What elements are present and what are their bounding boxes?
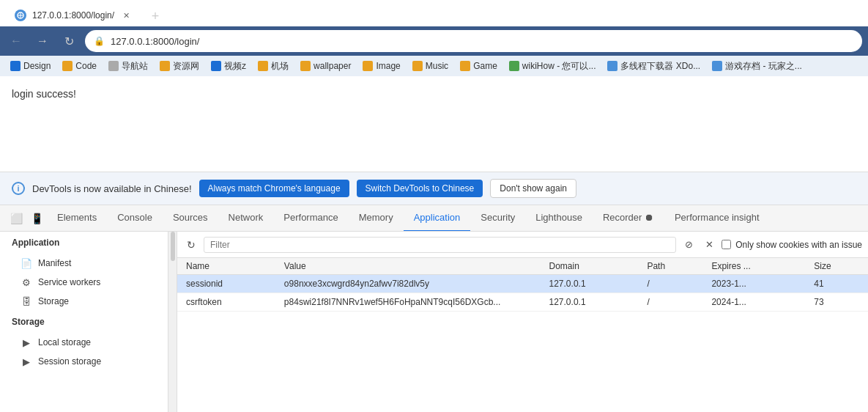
- cookie-path-csrftoken: /: [638, 293, 702, 312]
- session-storage-expand-icon: ▶: [21, 356, 32, 367]
- bookmark-design[interactable]: Design: [6, 59, 55, 73]
- application-section-title: Application: [0, 232, 168, 254]
- clear-filter-button[interactable]: ⊘: [680, 237, 697, 253]
- sidebar-item-local-storage[interactable]: ▶ Local storage: [0, 333, 168, 352]
- new-tab-button[interactable]: +: [145, 6, 166, 26]
- cookie-path-sessionid: /: [638, 275, 702, 293]
- bookmark-video[interactable]: 视频z: [207, 59, 251, 74]
- close-filter-button[interactable]: ✕: [701, 237, 717, 253]
- bookmark-icon-wikihow: [509, 61, 519, 71]
- bookmark-xdo[interactable]: 多线程下载器 XDo...: [603, 59, 705, 74]
- devtools-main: Application 📄 Manifest ⚙ Service workers…: [0, 232, 868, 412]
- show-issues-checkbox-label[interactable]: Only show cookies with an issue: [722, 240, 862, 250]
- login-message: login success!: [12, 88, 76, 100]
- bookmark-nav[interactable]: 导航站: [104, 59, 152, 74]
- devtools-inspect-icon[interactable]: 📱: [26, 208, 47, 229]
- sidebar-item-session-storage[interactable]: ▶ Session storage: [0, 352, 168, 371]
- tab-memory[interactable]: Memory: [349, 205, 404, 232]
- cookies-table-scroll[interactable]: Name Value Domain Path Expires ... Size …: [177, 258, 868, 412]
- manifest-label: Manifest: [38, 258, 71, 268]
- bookmark-wikihow[interactable]: wikiHow - 您可以...: [505, 59, 601, 74]
- cookie-expires-csrftoken: 2024-1...: [702, 293, 805, 312]
- col-size: Size: [805, 258, 868, 275]
- dont-show-again-button[interactable]: Don't show again: [490, 179, 576, 198]
- scroll-thumb[interactable]: [171, 232, 175, 261]
- cookie-expires-sessionid: 2023-1...: [702, 275, 805, 293]
- back-button[interactable]: ←: [6, 31, 26, 51]
- filter-input[interactable]: [204, 237, 676, 253]
- bookmarks-bar: Design Code 导航站 资源网 视频z 机场 wallpaper Im: [0, 56, 868, 76]
- tab-security[interactable]: Security: [470, 205, 525, 232]
- col-name: Name: [177, 258, 275, 275]
- col-path: Path: [638, 258, 702, 275]
- address-bar[interactable]: 🔒 127.0.0.1:8000/login/: [85, 30, 862, 52]
- devtools-cursor-icon[interactable]: ⬜: [6, 208, 26, 229]
- cookie-value-csrftoken: p84swi21f8I7NNRv1wef5H6FoHpaNNT9cqI56DXG…: [275, 293, 541, 312]
- nav-bar: ← → ↻ 🔒 127.0.0.1:8000/login/: [0, 26, 868, 56]
- cookie-domain-csrftoken: 127.0.0.1: [541, 293, 639, 312]
- tab-performance-insights[interactable]: Performance insight: [664, 205, 770, 232]
- tab-favicon: [15, 10, 26, 21]
- bookmark-icon-design: [10, 61, 21, 71]
- bookmark-icon-wallpaper: [300, 61, 311, 71]
- tab-application[interactable]: Application: [404, 205, 471, 232]
- session-storage-label: Session storage: [38, 356, 101, 367]
- bookmark-icon-video: [211, 61, 221, 71]
- storage-icon: 🗄: [21, 295, 32, 307]
- info-icon: i: [12, 182, 25, 195]
- bookmark-icon-game: [460, 61, 470, 71]
- col-domain: Domain: [541, 258, 639, 275]
- switch-to-chinese-button[interactable]: Switch DevTools to Chinese: [357, 180, 483, 197]
- reload-button[interactable]: ↻: [59, 31, 79, 51]
- table-row[interactable]: sessionid o98nxxe3xcwgrd84yn2afwv7i82dlv…: [177, 275, 868, 293]
- sidebar-item-storage[interactable]: 🗄 Storage: [0, 292, 168, 311]
- tab-recorder[interactable]: Recorder ⏺: [593, 205, 664, 232]
- bookmark-code[interactable]: Code: [58, 59, 101, 73]
- bookmark-icon-xdo: [607, 61, 617, 71]
- table-header-row: Name Value Domain Path Expires ... Size: [177, 258, 868, 275]
- tab-lighthouse[interactable]: Lighthouse: [525, 205, 593, 232]
- bookmark-resources[interactable]: 资源网: [155, 59, 204, 74]
- tab-performance[interactable]: Performance: [273, 205, 348, 232]
- sidebar-scrollbar[interactable]: [168, 232, 177, 412]
- tab-bar: 127.0.0.1:8000/login/ ✕ +: [0, 0, 868, 26]
- cookie-name-sessionid: sessionid: [177, 275, 275, 293]
- table-row[interactable]: csrftoken p84swi21f8I7NNRv1wef5H6FoHpaNN…: [177, 293, 868, 312]
- bookmark-icon-music: [412, 61, 423, 71]
- storage-label: Storage: [38, 296, 69, 306]
- bookmark-game[interactable]: Game: [456, 59, 502, 73]
- active-tab[interactable]: 127.0.0.1:8000/login/ ✕: [6, 4, 141, 26]
- tab-console[interactable]: Console: [107, 205, 163, 232]
- tab-sources[interactable]: Sources: [163, 205, 218, 232]
- bookmark-wallpaper[interactable]: wallpaper: [296, 59, 355, 73]
- notification-text: DevTools is now available in Chinese!: [32, 183, 192, 194]
- lock-icon: 🔒: [94, 36, 105, 46]
- bookmark-airport[interactable]: 机场: [253, 59, 293, 74]
- cookie-domain-sessionid: 127.0.0.1: [541, 275, 639, 293]
- tab-elements[interactable]: Elements: [47, 205, 107, 232]
- tab-close-button[interactable]: ✕: [120, 10, 132, 21]
- bookmark-icon-game-saves: [712, 61, 722, 71]
- service-workers-label: Service workers: [38, 277, 100, 287]
- bookmark-icon-image: [363, 61, 373, 71]
- devtools-tab-bar: ⬜ 📱 Elements Console Sources Network Per…: [0, 205, 868, 232]
- match-language-button[interactable]: Always match Chrome's language: [199, 180, 349, 197]
- cookie-value-sessionid: o98nxxe3xcwgrd84yn2afwv7i82dlv5y: [275, 275, 541, 293]
- bookmark-game-saves[interactable]: 游戏存档 - 玩家之...: [708, 59, 806, 74]
- bookmark-music[interactable]: Music: [408, 59, 453, 73]
- bookmark-image[interactable]: Image: [358, 59, 404, 73]
- storage-section-title: Storage: [0, 311, 168, 333]
- cookie-size-csrftoken: 73: [805, 293, 868, 312]
- show-issues-checkbox[interactable]: [722, 240, 731, 249]
- cookie-name-csrftoken: csrftoken: [177, 293, 275, 312]
- sidebar-item-manifest[interactable]: 📄 Manifest: [0, 254, 168, 273]
- scroll-track: [170, 232, 176, 412]
- bookmark-icon-resources: [160, 61, 170, 71]
- tab-network[interactable]: Network: [218, 205, 274, 232]
- manifest-icon: 📄: [21, 257, 32, 269]
- refresh-cookies-button[interactable]: ↻: [183, 237, 199, 253]
- sidebar-item-service-workers[interactable]: ⚙ Service workers: [0, 273, 168, 292]
- browser-chrome: 127.0.0.1:8000/login/ ✕ + ← → ↻ 🔒 127.0.…: [0, 0, 868, 76]
- forward-button[interactable]: →: [32, 31, 53, 51]
- address-text: 127.0.0.1:8000/login/: [111, 36, 853, 47]
